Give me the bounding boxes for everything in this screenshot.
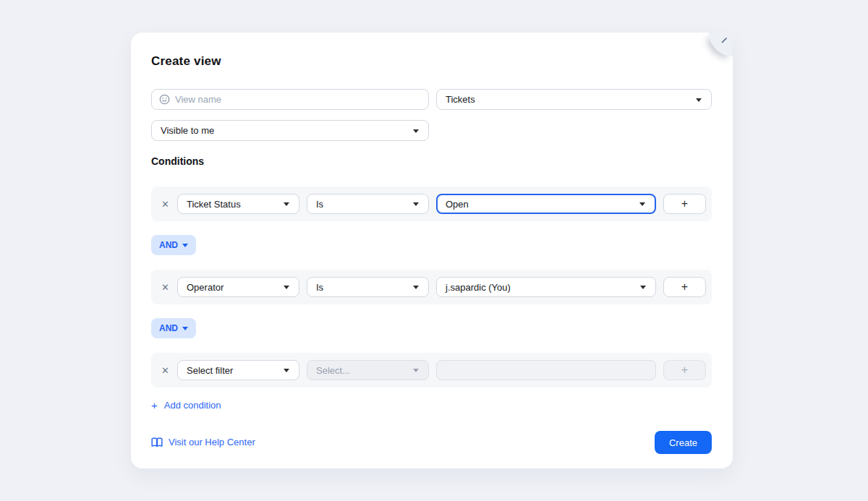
condition-filter-value: Operator	[187, 282, 224, 293]
chevron-down-icon	[413, 202, 419, 206]
help-center-link[interactable]: Visit our Help Center	[151, 437, 255, 448]
add-value-button[interactable]: +	[663, 194, 706, 214]
chevron-down-icon	[284, 202, 289, 206]
chevron-down-icon	[284, 369, 289, 372]
condition-operator-value: Select...	[316, 365, 350, 376]
condition-value: j.sapardic (You)	[446, 282, 511, 293]
view-type-value: Tickets	[446, 94, 475, 105]
condition-operator-value: Is	[316, 282, 323, 293]
chevron-down-icon	[284, 286, 289, 289]
condition-operator-value: Is	[316, 199, 323, 210]
help-center-label: Visit our Help Center	[169, 437, 255, 448]
condition-filter-value: Ticket Status	[187, 199, 241, 210]
chevron-down-icon	[696, 98, 702, 102]
and-label: AND	[159, 323, 178, 333]
chevron-down-icon	[413, 286, 419, 289]
emoji-smiley-icon[interactable]	[159, 94, 170, 105]
chevron-down-icon	[182, 244, 188, 247]
add-value-button[interactable]: +	[663, 277, 706, 297]
condition-row: ✕ Select filter Select... +	[151, 353, 712, 387]
condition-operator-select[interactable]: Is	[307, 194, 429, 214]
chevron-down-icon	[640, 286, 646, 289]
condition-filter-value: Select filter	[187, 365, 233, 376]
plus-icon: +	[151, 400, 158, 411]
folded-corner[interactable]	[709, 33, 733, 56]
remove-condition-icon[interactable]: ✕	[161, 200, 170, 209]
chevron-down-icon	[413, 369, 419, 372]
page-background: { "modal": { "title": "Create view", "vi…	[0, 0, 868, 501]
view-type-select[interactable]: Tickets	[436, 89, 712, 110]
create-view-modal: Create view Tickets Visible to me Condit…	[131, 33, 733, 468]
condition-value-input	[436, 360, 656, 380]
condition-operator-select: Select...	[307, 360, 429, 380]
condition-operator-select[interactable]: Is	[307, 277, 429, 297]
open-book-icon	[151, 437, 163, 448]
chevron-down-icon	[413, 129, 419, 133]
condition-filter-select[interactable]: Operator	[177, 277, 299, 297]
condition-row: ✕ Operator Is j.sapardic (You) +	[151, 270, 712, 304]
add-condition-link[interactable]: + Add condition	[151, 400, 221, 411]
condition-filter-select[interactable]: Select filter	[177, 360, 299, 380]
remove-condition-icon[interactable]: ✕	[161, 283, 170, 292]
conditions-heading: Conditions	[151, 155, 204, 167]
condition-row: ✕ Ticket Status Is Open +	[151, 187, 712, 221]
page-title: Create view	[151, 54, 221, 69]
view-name-field[interactable]	[151, 89, 429, 110]
condition-filter-select[interactable]: Ticket Status	[177, 194, 299, 214]
condition-value-select[interactable]: j.sapardic (You)	[436, 277, 656, 297]
and-operator-chip[interactable]: AND	[151, 318, 196, 338]
add-condition-label: Add condition	[164, 400, 221, 411]
create-button[interactable]: Create	[655, 431, 712, 454]
view-name-input[interactable]	[175, 94, 421, 105]
and-operator-chip[interactable]: AND	[151, 235, 196, 255]
and-label: AND	[159, 240, 178, 250]
add-value-button: +	[663, 360, 706, 380]
condition-value: Open	[446, 199, 469, 210]
visibility-value: Visible to me	[161, 125, 214, 136]
chevron-down-icon	[182, 327, 188, 330]
remove-condition-icon[interactable]: ✕	[161, 366, 170, 375]
chevron-down-icon	[639, 202, 645, 206]
visibility-select[interactable]: Visible to me	[151, 120, 429, 141]
pencil-icon	[721, 37, 728, 43]
condition-value-select[interactable]: Open	[436, 194, 656, 214]
